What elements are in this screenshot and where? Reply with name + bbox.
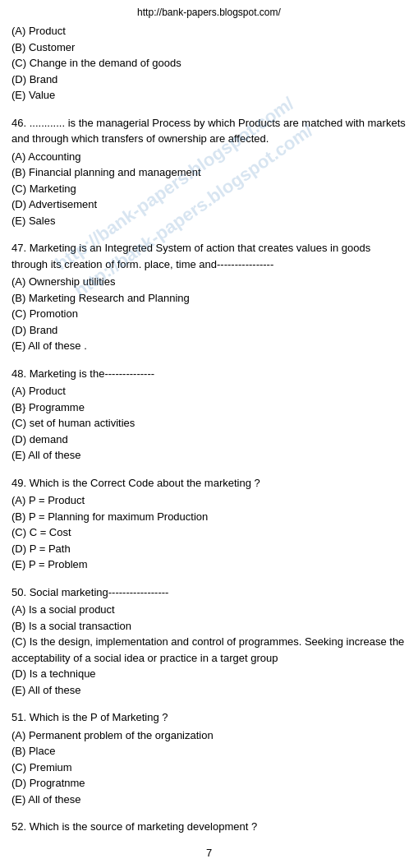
- q51-option-b: (B) Place: [11, 743, 407, 760]
- question-50-block: 50. Social marketing----------------- (A…: [11, 584, 407, 699]
- page-number: 7: [11, 847, 407, 859]
- q49-option-e: (E) P = Problem: [11, 556, 407, 573]
- question-49-text: 49. Which is the Correct Code about the …: [11, 475, 407, 492]
- question-47-text: 47. Marketing is an Integreted System of…: [11, 240, 407, 272]
- q51-option-a: (A) Permanent problem of the organizatio…: [11, 727, 407, 744]
- q46-option-a: (A) Accounting: [11, 149, 407, 165]
- q50-option-c: (C) Is the design, implementation and co…: [11, 634, 407, 666]
- q50-option-a: (A) Is a social product: [11, 602, 407, 618]
- q49-option-c: (C) C = Cost: [11, 524, 407, 541]
- q48-option-a: (A) Product: [11, 383, 407, 399]
- option-c-change: (C) Change in the demand of goods: [11, 55, 407, 72]
- q48-option-e: (E) All of these: [11, 447, 407, 464]
- q46-option-b: (B) Financial planning and management: [11, 164, 407, 181]
- q50-option-e: (E) All of these: [11, 682, 407, 699]
- question-51-block: 51. Which is the P of Marketing ? (A) Pe…: [11, 709, 407, 807]
- question-47-block: 47. Marketing is an Integreted System of…: [11, 240, 407, 354]
- q49-option-a: (A) P = Product: [11, 492, 407, 509]
- q48-option-c: (C) set of human activities: [11, 415, 407, 432]
- header-url: http://bank-papers.blogspot.com/: [11, 7, 407, 18]
- question-52-text: 52. Which is the source of marketing dev…: [11, 819, 407, 835]
- q46-option-e: (E) Sales: [11, 213, 407, 229]
- question-49-block: 49. Which is the Correct Code about the …: [11, 475, 407, 573]
- q51-option-e: (E) All of these: [11, 792, 407, 808]
- q48-option-b: (B} Programme: [11, 399, 407, 416]
- top-options-block: (A) Product (B) Customer (C) Change in t…: [11, 23, 407, 104]
- option-b-customer: (B) Customer: [11, 39, 407, 56]
- q47-option-d: (D) Brand: [11, 322, 407, 339]
- q49-option-d: (D) P = Path: [11, 541, 407, 557]
- question-50-text: 50. Social marketing-----------------: [11, 584, 407, 601]
- question-51-text: 51. Which is the P of Marketing ?: [11, 709, 407, 726]
- q46-option-d: (D) Advertisement: [11, 196, 407, 213]
- option-d-brand: (D) Brand: [11, 72, 407, 88]
- question-52-block: 52. Which is the source of marketing dev…: [11, 819, 407, 835]
- q47-option-e: (E) All of these .: [11, 338, 407, 354]
- q51-option-d: (D) Progratnme: [11, 775, 407, 792]
- question-48-text: 48. Marketing is the--------------: [11, 366, 407, 382]
- option-a-product: (A) Product: [11, 23, 407, 39]
- q46-option-c: (C) Marketing: [11, 181, 407, 197]
- q47-option-b: (B) Marketing Research and Planning: [11, 290, 407, 307]
- question-46-text: 46. ............ is the managerial Proce…: [11, 115, 407, 147]
- q50-option-b: (B) Is a social transaction: [11, 618, 407, 635]
- q48-option-d: (D) demand: [11, 432, 407, 448]
- q47-option-a: (A) Ownership utilities: [11, 274, 407, 290]
- q51-option-c: (C) Premium: [11, 760, 407, 776]
- option-e-value: (E) Value: [11, 87, 407, 104]
- q47-option-c: (C) Promotion: [11, 306, 407, 322]
- question-48-block: 48. Marketing is the-------------- (A) P…: [11, 366, 407, 464]
- q49-option-b: (B) P = Planning for maximum Production: [11, 509, 407, 525]
- q50-option-d: (D) Is a technique: [11, 666, 407, 682]
- question-46-block: 46. ............ is the managerial Proce…: [11, 115, 407, 229]
